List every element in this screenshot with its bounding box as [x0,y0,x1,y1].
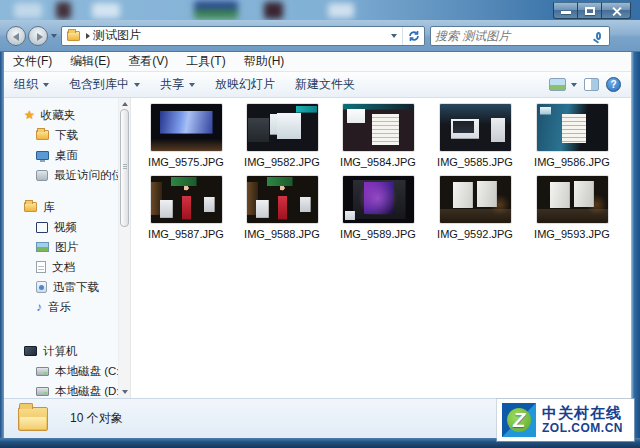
file-item[interactable]: IMG_9593.JPG [525,176,619,240]
chevron-down-icon [571,83,577,87]
scroll-up-icon[interactable] [122,102,128,106]
file-item[interactable]: IMG_9582.JPG [235,104,329,168]
item-count: 10 个对象 [70,410,123,427]
downloads-folder-icon [36,130,49,140]
file-thumbnail[interactable] [247,176,318,223]
computer-icon [24,346,37,356]
menu-tools[interactable]: 工具(T) [177,53,234,70]
menu-bar: 文件(F) 编辑(E) 查看(V) 工具(T) 帮助(H) [4,52,631,72]
chevron-down-icon [43,83,49,87]
sidebar-item-documents[interactable]: 文档 [4,257,118,277]
music-icon: ♪ [36,302,42,313]
file-item[interactable]: IMG_9589.JPG [331,176,425,240]
file-name: IMG_9589.JPG [331,228,425,240]
back-arrow-icon [13,33,19,41]
breadcrumb-arrow-icon [86,33,90,39]
sidebar-item-desktop[interactable]: 桌面 [4,145,118,165]
desktop-background [0,0,640,22]
file-item[interactable]: IMG_9584.JPG [331,104,425,168]
file-item[interactable]: IMG_9586.JPG [525,104,619,168]
libraries-icon [24,202,37,212]
preview-pane-button[interactable] [584,78,599,91]
file-thumbnail[interactable] [343,176,414,223]
sidebar-item-downloads[interactable]: 下载 [4,125,118,145]
new-folder-button[interactable]: 新建文件夹 [285,76,365,93]
close-button[interactable] [602,2,631,19]
documents-icon [36,261,46,273]
menu-view[interactable]: 查看(V) [119,53,177,70]
pictures-icon [36,242,49,252]
forward-arrow-icon [37,33,43,41]
window-frame-left [0,52,4,438]
file-thumbnail[interactable] [343,104,414,151]
file-thumbnail[interactable] [440,176,511,223]
sidebar-item-pictures[interactable]: 图片 [4,237,118,257]
file-name: IMG_9588.JPG [235,228,329,240]
sidebar-scrollbar[interactable] [118,98,131,398]
scroll-down-icon[interactable] [122,390,128,394]
watermark-name: 中关村在线 [542,405,623,422]
command-toolbar: 组织 包含到库中 共享 放映幻灯片 新建文件夹 ? [4,72,631,98]
navigation-pane: ★ 收藏夹 下载 桌面 最近访问的位置 库 视频 图片 [4,98,118,398]
file-thumbnail[interactable] [537,176,608,223]
file-item[interactable]: IMG_9575.JPG [139,104,233,168]
background-blur [264,2,283,19]
maximize-button[interactable] [578,2,602,19]
sidebar-item-thunder-downloads[interactable]: 迅雷下载 [4,277,118,297]
folder-icon [67,31,80,41]
file-item[interactable]: IMG_9587.JPG [139,176,233,240]
sidebar-item-music[interactable]: ♪ 音乐 [4,297,118,317]
search-input[interactable] [431,29,596,43]
close-icon [611,6,622,17]
forward-button[interactable] [28,26,48,46]
slideshow-button[interactable]: 放映幻灯片 [205,76,285,93]
sidebar-section-computer[interactable]: 计算机 [4,341,118,361]
sidebar-item-recent-places[interactable]: 最近访问的位置 [4,165,118,185]
star-icon: ★ [24,110,35,121]
explorer-main: ★ 收藏夹 下载 桌面 最近访问的位置 库 视频 图片 [4,98,631,398]
maximize-icon [585,7,595,15]
file-name: IMG_9587.JPG [139,228,233,240]
file-thumbnail[interactable] [247,104,318,151]
folder-icon [18,407,48,431]
sidebar-section-libraries[interactable]: 库 [4,197,118,217]
menu-help[interactable]: 帮助(H) [235,53,294,70]
menu-edit[interactable]: 编辑(E) [61,53,119,70]
file-name: IMG_9585.JPG [428,156,522,168]
refresh-button[interactable] [402,27,424,45]
file-thumbnail[interactable] [537,104,608,151]
breadcrumb-path[interactable]: 测试图片 [93,27,386,44]
file-name: IMG_9575.JPG [139,156,233,168]
background-blur [92,3,120,18]
disk-drive-icon [36,387,49,396]
file-item[interactable]: IMG_9585.JPG [428,104,522,168]
address-bar[interactable]: 测试图片 [61,26,425,46]
file-item[interactable]: IMG_9592.JPG [428,176,522,240]
scrollbar-thumb[interactable] [120,109,129,227]
search-box[interactable] [430,26,610,46]
disk-drive-icon [36,367,49,376]
recent-pages-dropdown[interactable] [51,34,57,38]
menu-file[interactable]: 文件(F) [4,53,61,70]
file-thumbnail[interactable] [440,104,511,151]
back-button[interactable] [6,26,26,46]
minimize-icon [561,11,571,14]
background-blur [328,3,354,18]
desktop-icon [36,151,49,160]
minimize-button[interactable] [553,2,578,19]
chevron-down-icon [189,83,195,87]
file-thumbnail[interactable] [151,176,222,223]
include-in-library-button[interactable]: 包含到库中 [59,76,150,93]
sidebar-item-disk-c[interactable]: 本地磁盘 (C:) [4,361,118,381]
organize-button[interactable]: 组织 [4,76,59,93]
file-item[interactable]: IMG_9588.JPG [235,176,329,240]
address-dropdown[interactable] [386,27,402,45]
sidebar-item-videos[interactable]: 视频 [4,217,118,237]
search-icon [596,32,601,40]
views-button[interactable] [549,78,577,91]
window-controls [553,2,631,19]
help-button[interactable]: ? [606,77,621,92]
sidebar-section-favorites[interactable]: ★ 收藏夹 [4,105,118,125]
file-thumbnail[interactable] [151,104,222,151]
share-button[interactable]: 共享 [150,76,205,93]
